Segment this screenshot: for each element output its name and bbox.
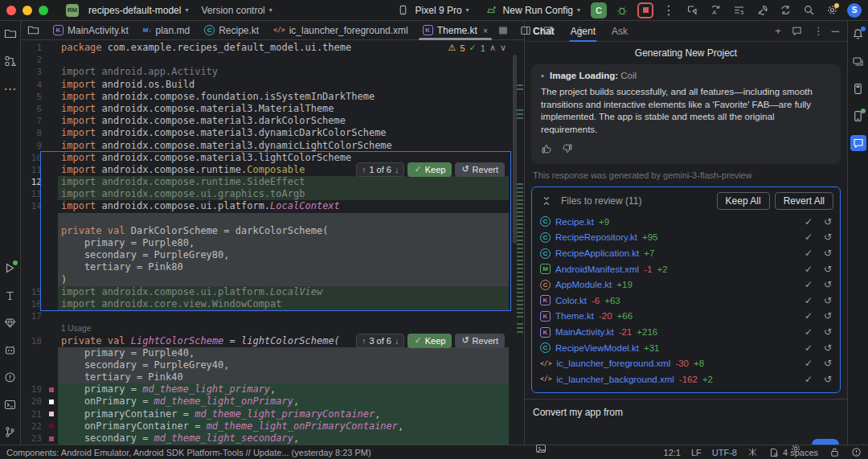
prev-change-icon[interactable]: ↑ bbox=[362, 165, 366, 174]
prev-change-icon[interactable]: ↑ bbox=[362, 336, 366, 346]
review-file-row[interactable]: KMainActivity.kt-21+216✓↺ bbox=[532, 324, 840, 340]
keep-file-icon[interactable]: ✓ bbox=[805, 342, 813, 354]
project-selector[interactable]: recipes-default-model▾ bbox=[85, 3, 191, 18]
revert-file-icon[interactable]: ↺ bbox=[824, 358, 832, 369]
chat-history-icon[interactable] bbox=[789, 23, 805, 39]
more-vertical-icon[interactable]: ⋮ bbox=[813, 25, 824, 37]
apply-changes-icon[interactable]: A bbox=[707, 2, 723, 18]
revert-file-icon[interactable]: ↺ bbox=[824, 374, 832, 385]
diff-navigation[interactable]: ↑3 of 6↓ bbox=[356, 334, 405, 348]
run-tool-icon[interactable] bbox=[2, 260, 18, 276]
keep-file-icon[interactable]: ✓ bbox=[805, 264, 813, 275]
keep-button[interactable]: ✓Keep bbox=[407, 162, 452, 177]
sync-icon[interactable] bbox=[777, 2, 793, 18]
revert-button[interactable]: ↺Revert bbox=[455, 334, 505, 348]
keep-file-icon[interactable]: ✓ bbox=[805, 358, 813, 369]
terminal-icon[interactable] bbox=[2, 396, 18, 412]
running-devices-icon[interactable] bbox=[850, 80, 866, 96]
review-file-row[interactable]: MAndroidManifest.xml-1+2✓↺ bbox=[532, 261, 840, 277]
keep-file-icon[interactable]: ✓ bbox=[805, 279, 813, 290]
window-controls[interactable] bbox=[6, 6, 48, 15]
keep-file-icon[interactable]: ✓ bbox=[805, 216, 813, 227]
revert-all-button[interactable]: Revert All bbox=[775, 192, 833, 210]
keep-all-button[interactable]: Keep All bbox=[717, 192, 770, 210]
problems-icon[interactable] bbox=[2, 369, 18, 385]
debug-icon[interactable] bbox=[614, 2, 630, 18]
run-button[interactable]: C bbox=[591, 2, 607, 18]
file-name[interactable]: RecipeViewModel.kt bbox=[555, 343, 639, 353]
color-swatch[interactable] bbox=[48, 436, 55, 442]
revert-file-icon[interactable]: ↺ bbox=[824, 232, 832, 243]
editor-scrollbar[interactable] bbox=[511, 40, 524, 445]
device-selector[interactable]: Pixel 9 Pro▾ bbox=[392, 1, 473, 20]
revert-file-icon[interactable]: ↺ bbox=[824, 342, 832, 354]
revert-file-icon[interactable]: ↺ bbox=[824, 264, 832, 275]
tab-mainactivity-kt[interactable]: KMainActivity.kt bbox=[46, 21, 136, 40]
keep-file-icon[interactable]: ✓ bbox=[805, 248, 813, 259]
keep-file-icon[interactable]: ✓ bbox=[805, 232, 813, 243]
revert-file-icon[interactable]: ↺ bbox=[824, 279, 832, 290]
color-swatch[interactable] bbox=[48, 411, 55, 417]
keep-button[interactable]: ✓Keep bbox=[407, 334, 452, 348]
color-swatch[interactable] bbox=[48, 387, 55, 393]
color-swatch[interactable] bbox=[48, 399, 55, 405]
file-name[interactable]: RecipeApplication.kt bbox=[555, 248, 639, 258]
search-icon[interactable] bbox=[800, 2, 817, 18]
file-name[interactable]: Recipe.kt bbox=[555, 217, 594, 227]
collapse-icon[interactable] bbox=[538, 193, 555, 209]
thumbs-down-icon[interactable] bbox=[562, 143, 573, 158]
next-problem-icon[interactable]: ∨ bbox=[500, 43, 506, 53]
keep-file-icon[interactable]: ✓ bbox=[805, 326, 813, 338]
status-message[interactable]: Components: Android Emulator, Android SD… bbox=[6, 448, 371, 457]
git-branch-icon[interactable] bbox=[2, 424, 18, 440]
revert-file-icon[interactable]: ↺ bbox=[824, 248, 832, 259]
file-name[interactable]: ic_launcher_background.xml bbox=[556, 375, 674, 384]
tab-ic-launcher-foreground-xml[interactable]: </>ic_launcher_foreground.xml bbox=[266, 21, 416, 40]
detach-editor-icon[interactable] bbox=[540, 23, 556, 39]
review-file-row[interactable]: KTheme.kt-20+66✓↺ bbox=[532, 309, 840, 325]
revert-button[interactable]: ↺Revert bbox=[455, 162, 505, 177]
file-name[interactable]: RecipeRepository.kt bbox=[555, 232, 637, 242]
keep-file-icon[interactable]: ✓ bbox=[805, 295, 813, 306]
file-name[interactable]: Color.kt bbox=[555, 296, 587, 305]
file-name[interactable]: ic_launcher_foreground.xml bbox=[556, 359, 670, 368]
settings-icon[interactable] bbox=[824, 2, 840, 18]
profiler-icon[interactable] bbox=[684, 2, 700, 18]
diff-navigation[interactable]: ↑1 of 6↓ bbox=[356, 162, 405, 177]
keep-file-icon[interactable]: ✓ bbox=[805, 310, 813, 322]
code-editor[interactable]: ⚠5 ✓1 ∧ ∨ 1package com.example.recipes_d… bbox=[21, 40, 524, 445]
tab-theme-kt[interactable]: KTheme.kt× bbox=[416, 21, 495, 40]
review-file-row[interactable]: CRecipeApplication.kt+7✓↺ bbox=[532, 245, 840, 261]
select-opened-file-icon[interactable] bbox=[27, 23, 39, 39]
structure-tool-icon[interactable] bbox=[2, 53, 18, 69]
review-file-row[interactable]: </>ic_launcher_foreground.xml-30+8✓↺ bbox=[532, 355, 840, 371]
minimize-window-button[interactable] bbox=[23, 6, 32, 15]
tab-recipe-kt[interactable]: CRecipe.kt bbox=[197, 21, 266, 40]
more-vertical-icon[interactable]: ⋮ bbox=[661, 2, 677, 18]
file-encoding[interactable]: UTF-8 bbox=[712, 448, 737, 457]
version-control-menu[interactable]: Version control▾ bbox=[198, 3, 275, 18]
line-separator[interactable]: LF bbox=[691, 448, 702, 457]
file-name[interactable]: MainActivity.kt bbox=[555, 327, 614, 337]
layers-icon[interactable] bbox=[850, 53, 866, 69]
layout-list-icon[interactable] bbox=[495, 23, 511, 39]
stop-button[interactable] bbox=[637, 2, 653, 18]
keep-file-icon[interactable]: ✓ bbox=[805, 374, 813, 385]
device-manager-icon[interactable] bbox=[850, 108, 866, 124]
ime-icon[interactable] bbox=[747, 447, 759, 458]
notifications-icon[interactable] bbox=[850, 26, 866, 42]
tab-plan-md[interactable]: M↓plan.md bbox=[136, 21, 197, 40]
revert-file-icon[interactable]: ↺ bbox=[824, 295, 832, 306]
tab-agent[interactable]: Agent bbox=[564, 21, 602, 42]
revert-file-icon[interactable]: ↺ bbox=[824, 216, 832, 227]
close-window-button[interactable] bbox=[6, 6, 16, 15]
review-file-row[interactable]: </>ic_launcher_background.xml-162+2✓↺ bbox=[532, 371, 840, 387]
file-name[interactable]: AndroidManifest.xml bbox=[555, 264, 639, 274]
next-change-icon[interactable]: ↓ bbox=[395, 165, 399, 174]
project-tool-icon[interactable] bbox=[2, 26, 18, 42]
file-name[interactable]: Theme.kt bbox=[555, 311, 594, 321]
gemini-gem-icon[interactable] bbox=[2, 314, 18, 330]
hide-panel-icon[interactable]: ─ bbox=[832, 25, 839, 37]
caret-position[interactable]: 12:1 bbox=[664, 448, 681, 457]
revert-file-icon[interactable]: ↺ bbox=[824, 326, 832, 338]
